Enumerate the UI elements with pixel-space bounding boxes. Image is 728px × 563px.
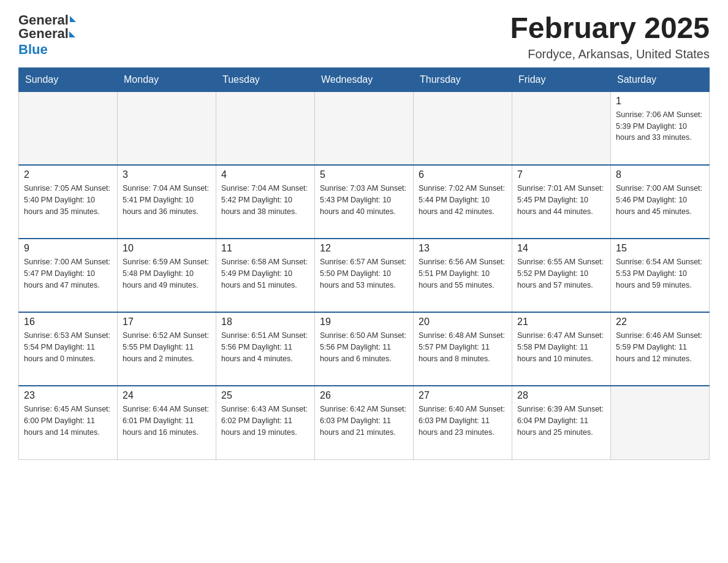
week-row-0: 1Sunrise: 7:06 AM Sunset: 5:39 PM Daylig… [19, 91, 710, 165]
week-row-4: 23Sunrise: 6:45 AM Sunset: 6:00 PM Dayli… [19, 386, 710, 459]
day-info: Sunrise: 6:54 AM Sunset: 5:53 PM Dayligh… [616, 256, 704, 291]
day-info: Sunrise: 6:48 AM Sunset: 5:57 PM Dayligh… [419, 330, 507, 364]
calendar-cell-w1-d6: 8Sunrise: 7:00 AM Sunset: 5:46 PM Daylig… [611, 165, 710, 239]
calendar-cell-w3-d6: 22Sunrise: 6:46 AM Sunset: 5:59 PM Dayli… [611, 312, 710, 386]
weekday-header-row: Sunday Monday Tuesday Wednesday Thursday… [19, 67, 710, 91]
day-info: Sunrise: 6:58 AM Sunset: 5:49 PM Dayligh… [221, 256, 309, 291]
calendar-cell-w3-d2: 18Sunrise: 6:51 AM Sunset: 5:56 PM Dayli… [216, 312, 315, 386]
calendar-cell-w4-d3: 26Sunrise: 6:42 AM Sunset: 6:03 PM Dayli… [315, 386, 414, 459]
day-number: 19 [320, 316, 408, 327]
calendar-cell-w2-d4: 13Sunrise: 6:56 AM Sunset: 5:51 PM Dayli… [414, 239, 512, 312]
calendar-cell-w0-d3 [315, 91, 414, 165]
day-info: Sunrise: 7:00 AM Sunset: 5:47 PM Dayligh… [24, 256, 112, 291]
day-number: 7 [517, 169, 605, 180]
header-saturday: Saturday [611, 67, 710, 91]
day-number: 26 [320, 390, 408, 401]
day-number: 11 [221, 243, 309, 254]
logo-triangle-icon [70, 16, 76, 22]
calendar-cell-w4-d2: 25Sunrise: 6:43 AM Sunset: 6:02 PM Dayli… [216, 386, 315, 459]
calendar-cell-w4-d4: 27Sunrise: 6:40 AM Sunset: 6:03 PM Dayli… [414, 386, 512, 459]
day-info: Sunrise: 7:04 AM Sunset: 5:41 PM Dayligh… [123, 183, 211, 217]
location-text: Fordyce, Arkansas, United States [510, 47, 710, 61]
day-number: 12 [320, 243, 408, 254]
logo-general-label: General [18, 26, 69, 41]
calendar-cell-w0-d5 [512, 91, 611, 165]
calendar-table: Sunday Monday Tuesday Wednesday Thursday… [18, 67, 710, 460]
calendar-cell-w3-d5: 21Sunrise: 6:47 AM Sunset: 5:58 PM Dayli… [512, 312, 611, 386]
title-area: February 2025 Fordyce, Arkansas, United … [510, 12, 710, 61]
day-info: Sunrise: 6:51 AM Sunset: 5:56 PM Dayligh… [221, 330, 309, 364]
calendar-cell-w0-d4 [414, 91, 512, 165]
calendar-cell-w0-d0 [19, 91, 118, 165]
day-info: Sunrise: 6:43 AM Sunset: 6:02 PM Dayligh… [221, 404, 309, 438]
day-number: 20 [419, 316, 507, 327]
calendar-cell-w4-d0: 23Sunrise: 6:45 AM Sunset: 6:00 PM Dayli… [19, 386, 118, 459]
day-number: 15 [616, 243, 704, 254]
header-tuesday: Tuesday [216, 67, 315, 91]
day-number: 14 [517, 243, 605, 254]
header-wednesday: Wednesday [315, 67, 414, 91]
calendar-cell-w2-d6: 15Sunrise: 6:54 AM Sunset: 5:53 PM Dayli… [611, 239, 710, 312]
header-sunday: Sunday [19, 67, 118, 91]
day-info: Sunrise: 6:59 AM Sunset: 5:48 PM Dayligh… [123, 256, 211, 291]
day-info: Sunrise: 6:42 AM Sunset: 6:03 PM Dayligh… [320, 404, 408, 438]
day-number: 22 [616, 316, 704, 327]
day-number: 5 [320, 169, 408, 180]
logo-blue-label: Blue [18, 42, 48, 57]
day-number: 23 [24, 390, 112, 401]
calendar-cell-w0-d2 [216, 91, 315, 165]
calendar-cell-w1-d0: 2Sunrise: 7:05 AM Sunset: 5:40 PM Daylig… [19, 165, 118, 239]
calendar-cell-w0-d1 [118, 91, 216, 165]
day-info: Sunrise: 6:53 AM Sunset: 5:54 PM Dayligh… [24, 330, 112, 364]
day-number: 16 [24, 316, 112, 327]
day-number: 24 [123, 390, 211, 401]
day-info: Sunrise: 6:46 AM Sunset: 5:59 PM Dayligh… [616, 330, 704, 364]
day-number: 1 [616, 96, 704, 107]
calendar-cell-w1-d5: 7Sunrise: 7:01 AM Sunset: 5:45 PM Daylig… [512, 165, 611, 239]
day-info: Sunrise: 6:39 AM Sunset: 6:04 PM Dayligh… [517, 404, 605, 438]
calendar-cell-w2-d0: 9Sunrise: 7:00 AM Sunset: 5:47 PM Daylig… [19, 239, 118, 312]
week-row-3: 16Sunrise: 6:53 AM Sunset: 5:54 PM Dayli… [19, 312, 710, 386]
logo-triangle-shape [69, 31, 75, 37]
day-number: 28 [517, 390, 605, 401]
month-title: February 2025 [510, 12, 710, 45]
week-row-1: 2Sunrise: 7:05 AM Sunset: 5:40 PM Daylig… [19, 165, 710, 239]
header-monday: Monday [118, 67, 216, 91]
day-info: Sunrise: 6:57 AM Sunset: 5:50 PM Dayligh… [320, 256, 408, 291]
calendar-cell-w3-d3: 19Sunrise: 6:50 AM Sunset: 5:56 PM Dayli… [315, 312, 414, 386]
day-info: Sunrise: 6:45 AM Sunset: 6:00 PM Dayligh… [24, 404, 112, 438]
day-info: Sunrise: 7:06 AM Sunset: 5:39 PM Dayligh… [616, 109, 704, 144]
calendar-cell-w2-d5: 14Sunrise: 6:55 AM Sunset: 5:52 PM Dayli… [512, 239, 611, 312]
calendar-cell-w3-d1: 17Sunrise: 6:52 AM Sunset: 5:55 PM Dayli… [118, 312, 216, 386]
calendar-cell-w1-d4: 6Sunrise: 7:02 AM Sunset: 5:44 PM Daylig… [414, 165, 512, 239]
day-info: Sunrise: 6:55 AM Sunset: 5:52 PM Dayligh… [517, 256, 605, 291]
day-info: Sunrise: 6:50 AM Sunset: 5:56 PM Dayligh… [320, 330, 408, 364]
header-friday: Friday [512, 67, 611, 91]
day-info: Sunrise: 6:56 AM Sunset: 5:51 PM Dayligh… [419, 256, 507, 291]
day-info: Sunrise: 7:05 AM Sunset: 5:40 PM Dayligh… [24, 183, 112, 217]
calendar-cell-w3-d4: 20Sunrise: 6:48 AM Sunset: 5:57 PM Dayli… [414, 312, 512, 386]
calendar-cell-w2-d1: 10Sunrise: 6:59 AM Sunset: 5:48 PM Dayli… [118, 239, 216, 312]
day-info: Sunrise: 7:00 AM Sunset: 5:46 PM Dayligh… [616, 183, 704, 217]
day-info: Sunrise: 6:47 AM Sunset: 5:58 PM Dayligh… [517, 330, 605, 364]
day-info: Sunrise: 7:03 AM Sunset: 5:43 PM Dayligh… [320, 183, 408, 217]
day-info: Sunrise: 7:01 AM Sunset: 5:45 PM Dayligh… [517, 183, 605, 217]
calendar-cell-w1-d3: 5Sunrise: 7:03 AM Sunset: 5:43 PM Daylig… [315, 165, 414, 239]
calendar-cell-w1-d1: 3Sunrise: 7:04 AM Sunset: 5:41 PM Daylig… [118, 165, 216, 239]
day-number: 21 [517, 316, 605, 327]
day-number: 4 [221, 169, 309, 180]
logo-area: General General Blue [18, 12, 76, 58]
calendar-cell-w2-d2: 11Sunrise: 6:58 AM Sunset: 5:49 PM Dayli… [216, 239, 315, 312]
calendar-cell-w1-d2: 4Sunrise: 7:04 AM Sunset: 5:42 PM Daylig… [216, 165, 315, 239]
day-number: 8 [616, 169, 704, 180]
day-info: Sunrise: 6:52 AM Sunset: 5:55 PM Dayligh… [123, 330, 211, 364]
header-thursday: Thursday [414, 67, 512, 91]
day-number: 18 [221, 316, 309, 327]
week-row-2: 9Sunrise: 7:00 AM Sunset: 5:47 PM Daylig… [19, 239, 710, 312]
calendar-cell-w0-d6: 1Sunrise: 7:06 AM Sunset: 5:39 PM Daylig… [611, 91, 710, 165]
day-number: 13 [419, 243, 507, 254]
page-header: General General Blue February 2025 Fordy… [18, 12, 710, 61]
day-number: 27 [419, 390, 507, 401]
day-info: Sunrise: 7:04 AM Sunset: 5:42 PM Dayligh… [221, 183, 309, 217]
calendar-cell-w3-d0: 16Sunrise: 6:53 AM Sunset: 5:54 PM Dayli… [19, 312, 118, 386]
